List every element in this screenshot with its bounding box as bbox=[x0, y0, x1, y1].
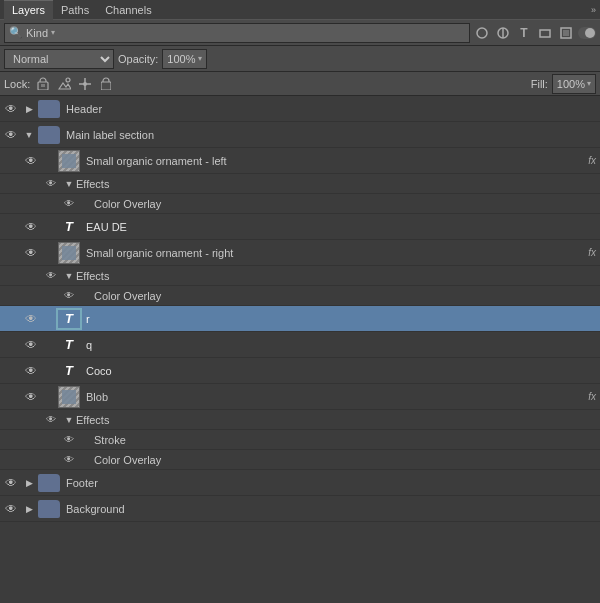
chevron-icon[interactable] bbox=[25, 130, 34, 140]
tab-paths[interactable]: Paths bbox=[53, 0, 97, 20]
eye-icon[interactable]: 👁 bbox=[25, 312, 37, 326]
eye-icon[interactable]: 👁 bbox=[64, 290, 74, 301]
eye-col: 👁 bbox=[58, 454, 80, 465]
expand-col[interactable] bbox=[22, 478, 36, 488]
fx-badge: fx bbox=[588, 391, 596, 402]
lock-image-icon[interactable] bbox=[55, 75, 73, 93]
lock-all-icon[interactable] bbox=[97, 75, 115, 93]
chevron-icon[interactable] bbox=[65, 415, 74, 425]
effects-label: Effects bbox=[76, 270, 109, 282]
layer-name: Main label section bbox=[66, 129, 598, 141]
eye-icon[interactable]: 👁 bbox=[25, 154, 37, 168]
eye-icon[interactable]: 👁 bbox=[46, 178, 56, 189]
effect-item-color-overlay[interactable]: 👁 Color Overlay bbox=[0, 450, 600, 470]
effects-row-effects-right[interactable]: 👁 Effects bbox=[0, 266, 600, 286]
fill-input-box[interactable]: 100% ▾ bbox=[552, 74, 596, 94]
folder-thumbnail bbox=[38, 100, 60, 118]
panel-expander[interactable]: » bbox=[591, 5, 596, 15]
image-thumbnail bbox=[58, 150, 80, 172]
eye-icon[interactable]: 👁 bbox=[25, 338, 37, 352]
layer-name: Small organic ornament - left bbox=[86, 155, 598, 167]
effect-item-color-overlay[interactable]: 👁 Color Overlay bbox=[0, 286, 600, 306]
chevron-icon[interactable] bbox=[26, 504, 33, 514]
filter-smart-icon[interactable] bbox=[557, 24, 575, 42]
eye-col: 👁 bbox=[20, 312, 42, 326]
text-thumbnail: T bbox=[65, 311, 73, 326]
eye-icon[interactable]: 👁 bbox=[5, 102, 17, 116]
eye-icon[interactable]: 👁 bbox=[25, 390, 37, 404]
blend-mode-select[interactable]: Normal bbox=[4, 49, 114, 69]
eye-icon[interactable]: 👁 bbox=[5, 128, 17, 142]
image-thumbnail bbox=[58, 242, 80, 264]
blend-opacity-row: Normal Opacity: 100% ▾ bbox=[0, 46, 600, 72]
layer-row-layer-r[interactable]: 👁Tr bbox=[0, 306, 600, 332]
chevron-icon[interactable] bbox=[26, 104, 33, 114]
eye-icon[interactable]: 👁 bbox=[25, 220, 37, 234]
opacity-label: Opacity: bbox=[118, 53, 158, 65]
eye-icon[interactable]: 👁 bbox=[64, 454, 74, 465]
eye-icon[interactable]: 👁 bbox=[64, 198, 74, 209]
thumb-col: T bbox=[56, 216, 82, 238]
tab-bar: Layers Paths Channels » bbox=[0, 0, 600, 20]
layer-row-layer-q[interactable]: 👁Tq bbox=[0, 332, 600, 358]
layer-row-background[interactable]: 👁Background bbox=[0, 496, 600, 522]
layer-row-eau-de[interactable]: 👁TEAU DE bbox=[0, 214, 600, 240]
layer-row-small-organic-left[interactable]: 👁 Small organic ornament - leftfx bbox=[0, 148, 600, 174]
layer-row-main-label[interactable]: 👁Main label section bbox=[0, 122, 600, 148]
layer-row-layer-coco[interactable]: 👁TCoco bbox=[0, 358, 600, 384]
opacity-input-box[interactable]: 100% ▾ bbox=[162, 49, 206, 69]
expand-col[interactable] bbox=[22, 504, 36, 514]
layer-row-blob[interactable]: 👁 Blobfx bbox=[0, 384, 600, 410]
fx-badge: fx bbox=[588, 247, 596, 258]
eye-icon[interactable]: 👁 bbox=[25, 246, 37, 260]
thumb-col: T bbox=[56, 360, 82, 382]
chevron-icon[interactable] bbox=[65, 271, 74, 281]
filter-pixel-icon[interactable] bbox=[473, 24, 491, 42]
filter-text-icon[interactable]: T bbox=[515, 24, 533, 42]
eye-icon[interactable]: 👁 bbox=[46, 414, 56, 425]
expand-col[interactable] bbox=[62, 415, 76, 425]
eye-icon[interactable]: 👁 bbox=[64, 434, 74, 445]
layer-row-footer[interactable]: 👁Footer bbox=[0, 470, 600, 496]
eye-col: 👁 bbox=[40, 178, 62, 189]
svg-point-7 bbox=[585, 28, 595, 38]
expand-col[interactable] bbox=[22, 130, 36, 140]
expand-col[interactable] bbox=[62, 271, 76, 281]
svg-point-10 bbox=[66, 78, 70, 82]
effect-item-color-overlay[interactable]: 👁 Color Overlay bbox=[0, 194, 600, 214]
filter-shape-icon[interactable] bbox=[536, 24, 554, 42]
filter-adjustment-icon[interactable] bbox=[494, 24, 512, 42]
expand-col[interactable] bbox=[62, 179, 76, 189]
layer-row-small-organic-right[interactable]: 👁 Small organic ornament - rightfx bbox=[0, 240, 600, 266]
eye-col: 👁 bbox=[20, 220, 42, 234]
opacity-dropdown-arrow[interactable]: ▾ bbox=[198, 54, 202, 63]
eye-icon[interactable]: 👁 bbox=[5, 476, 17, 490]
eye-icon[interactable]: 👁 bbox=[5, 502, 17, 516]
filter-toggle[interactable] bbox=[578, 24, 596, 42]
image-thumbnail bbox=[58, 386, 80, 408]
fill-value: 100% bbox=[557, 78, 585, 90]
opacity-value: 100% bbox=[167, 53, 195, 65]
effects-row-effects-left[interactable]: 👁 Effects bbox=[0, 174, 600, 194]
kind-dropdown-arrow[interactable]: ▾ bbox=[51, 28, 55, 37]
fx-badge: fx bbox=[588, 155, 596, 166]
expand-col[interactable] bbox=[22, 104, 36, 114]
filter-kind-box[interactable]: 🔍 Kind ▾ bbox=[4, 23, 470, 43]
lock-transparent-icon[interactable] bbox=[34, 75, 52, 93]
fill-dropdown-arrow[interactable]: ▾ bbox=[587, 79, 591, 88]
tab-channels[interactable]: Channels bbox=[97, 0, 159, 20]
effects-row-effects-blob[interactable]: 👁 Effects bbox=[0, 410, 600, 430]
layer-name: Footer bbox=[66, 477, 598, 489]
layer-name: Coco bbox=[86, 365, 598, 377]
thumb-col bbox=[56, 386, 82, 408]
search-icon: 🔍 bbox=[9, 26, 23, 39]
lock-position-icon[interactable] bbox=[76, 75, 94, 93]
eye-icon[interactable]: 👁 bbox=[46, 270, 56, 281]
eye-icon[interactable]: 👁 bbox=[25, 364, 37, 378]
effect-item-stroke[interactable]: 👁 Stroke bbox=[0, 430, 600, 450]
layer-row-header[interactable]: 👁Header bbox=[0, 96, 600, 122]
text-thumbnail: T bbox=[65, 337, 73, 352]
chevron-icon[interactable] bbox=[26, 478, 33, 488]
chevron-icon[interactable] bbox=[65, 179, 74, 189]
tab-layers[interactable]: Layers bbox=[4, 0, 53, 20]
